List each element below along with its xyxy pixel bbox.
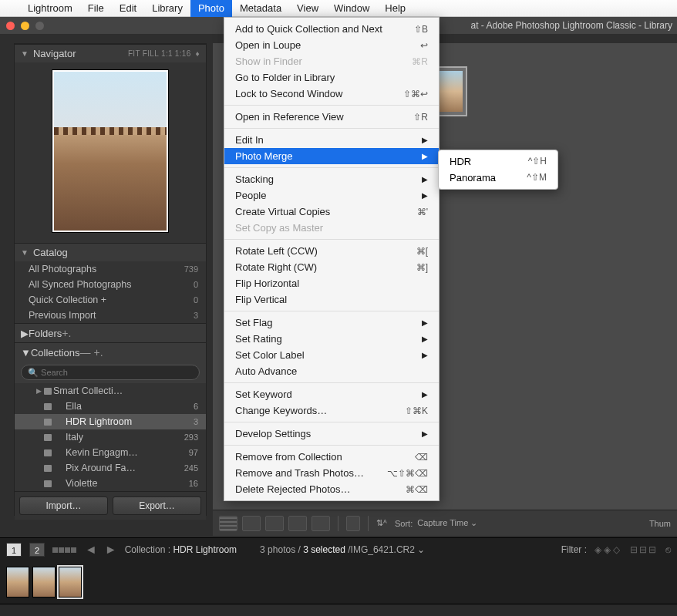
menu-item[interactable]: Develop Settings▶ bbox=[224, 426, 439, 442]
menu-item[interactable]: Edit In▶ bbox=[224, 132, 439, 148]
add-collection-icon[interactable]: +. bbox=[93, 346, 103, 358]
filter-label: Filter : bbox=[561, 544, 587, 555]
submenu-item[interactable]: Panorama^⇧M bbox=[439, 170, 557, 186]
menu-file[interactable]: File bbox=[80, 0, 112, 17]
collection-item[interactable]: ▶Smart Collecti… bbox=[15, 383, 206, 399]
navigator-header[interactable]: ▼ Navigator FITFILL1:11:16 ♦ bbox=[15, 44, 206, 62]
search-icon: 🔍 bbox=[28, 368, 39, 378]
menu-photo[interactable]: Photo bbox=[190, 0, 232, 17]
menu-item[interactable]: Lock to Second Window⇧⌘↩ bbox=[224, 86, 439, 102]
collection-item[interactable]: Violette16 bbox=[15, 476, 206, 491]
photo-menu: Add to Quick Collection and Next⇧BOpen i… bbox=[224, 17, 440, 501]
filmstrip-thumb[interactable] bbox=[59, 567, 82, 597]
menu-item[interactable]: Set Rating▶ bbox=[224, 331, 439, 347]
grid-toggle-icon[interactable] bbox=[52, 544, 77, 555]
menu-item[interactable]: Stacking▶ bbox=[224, 171, 439, 187]
menu-item[interactable]: People▶ bbox=[224, 187, 439, 204]
sort-az-icon[interactable]: ⇅ᴬ bbox=[376, 518, 387, 528]
folders-header[interactable]: ▶ Folders +. bbox=[15, 323, 206, 342]
source-page-1[interactable]: 1 bbox=[6, 543, 22, 557]
menu-item[interactable]: Set Flag▶ bbox=[224, 315, 439, 331]
menu-item[interactable]: Rotate Left (CCW)⌘[ bbox=[224, 243, 439, 259]
menu-item[interactable]: Delete Rejected Photos…⌘⌫ bbox=[224, 481, 439, 497]
remove-collection-icon[interactable]: — bbox=[79, 346, 90, 358]
menu-lightroom[interactable]: Lightroom bbox=[20, 0, 80, 17]
search-placeholder: Search bbox=[41, 368, 68, 377]
collections-header[interactable]: ▼ Collections — +. bbox=[15, 342, 206, 362]
import-export-bar: Import… Export… bbox=[15, 491, 206, 520]
menu-item[interactable]: Create Virtual Copies⌘' bbox=[224, 204, 439, 220]
menu-item[interactable]: Set Color Label▶ bbox=[224, 347, 439, 363]
filter-attrs-icon[interactable]: ⊟⊟⊟ bbox=[630, 544, 658, 555]
disclosure-icon: ▼ bbox=[21, 248, 29, 257]
collections-label: Collections bbox=[31, 347, 80, 358]
catalog-row[interactable]: Previous Import3 bbox=[15, 308, 206, 323]
menu-item[interactable]: Change Keywords…⇧⌘K bbox=[224, 402, 439, 419]
sort-value[interactable]: Capture Time ⌄ bbox=[417, 518, 477, 528]
menu-help[interactable]: Help bbox=[377, 0, 413, 17]
menu-item[interactable]: Go to Folder in Library bbox=[224, 69, 439, 86]
zoom-window-icon[interactable] bbox=[35, 22, 44, 30]
menu-item[interactable]: Open in Loupe↩ bbox=[224, 37, 439, 53]
collections-list: ▶Smart Collecti…Ella6HDR Lightroom3Italy… bbox=[15, 383, 206, 491]
menu-item[interactable]: Add to Quick Collection and Next⇧B bbox=[224, 21, 439, 37]
filter-flags-icon[interactable]: ◈◈◇ bbox=[594, 544, 622, 555]
window-title: at - Adobe Photoshop Lightroom Classic -… bbox=[471, 20, 672, 31]
navigator-zoom-modes[interactable]: FITFILL1:11:16 ♦ bbox=[126, 49, 200, 58]
folders-label: Folders bbox=[29, 328, 62, 339]
source-page-2[interactable]: 2 bbox=[29, 543, 45, 557]
filter-lock-icon[interactable]: ⎋ bbox=[665, 544, 671, 555]
menu-library[interactable]: Library bbox=[144, 0, 190, 17]
loupe-view-icon[interactable] bbox=[242, 516, 261, 531]
prev-icon[interactable]: ◄ bbox=[85, 543, 97, 557]
menu-window[interactable]: Window bbox=[326, 0, 377, 17]
export-button[interactable]: Export… bbox=[113, 497, 201, 515]
survey-view-icon[interactable] bbox=[288, 516, 307, 531]
menu-view[interactable]: View bbox=[289, 0, 326, 17]
menu-item[interactable]: Photo Merge▶ bbox=[224, 148, 439, 164]
people-view-icon[interactable] bbox=[312, 516, 330, 531]
catalog-row[interactable]: All Synced Photographs0 bbox=[15, 277, 206, 292]
filmstrip-scrollbar[interactable] bbox=[0, 604, 677, 616]
collection-item[interactable]: HDR Lightroom3 bbox=[15, 414, 206, 429]
collection-item[interactable]: Ella6 bbox=[15, 399, 206, 414]
close-window-icon[interactable] bbox=[6, 22, 15, 30]
collections-search[interactable]: 🔍 Search bbox=[21, 365, 200, 380]
collection-item[interactable]: Italy293 bbox=[15, 429, 206, 445]
photo-merge-submenu: HDR^⇧HPanorama^⇧M bbox=[438, 150, 558, 190]
next-icon[interactable]: ► bbox=[105, 543, 117, 557]
compare-view-icon[interactable] bbox=[265, 516, 284, 531]
menu-item[interactable]: Rotate Right (CW)⌘] bbox=[224, 259, 439, 275]
menu-item[interactable]: Set Keyword▶ bbox=[224, 386, 439, 402]
navigator-label: Navigator bbox=[33, 48, 76, 59]
disclosure-icon: ▼ bbox=[21, 49, 29, 58]
thumbnail-size-label: Thum bbox=[649, 519, 671, 528]
collection-item[interactable]: Pix Around Fa…245 bbox=[15, 460, 206, 476]
catalog-header[interactable]: ▼ Catalog bbox=[15, 243, 206, 261]
painter-icon[interactable] bbox=[346, 516, 360, 531]
filmstrip-thumb[interactable] bbox=[6, 567, 29, 597]
preview-image bbox=[52, 70, 168, 232]
navigator-preview[interactable] bbox=[15, 62, 206, 243]
menu-item[interactable]: Remove from Collection⌫ bbox=[224, 449, 439, 465]
menu-item[interactable]: Flip Vertical bbox=[224, 291, 439, 308]
menu-edit[interactable]: Edit bbox=[112, 0, 144, 17]
grid-view-icon[interactable] bbox=[219, 516, 237, 531]
filmstrip[interactable] bbox=[0, 560, 677, 604]
menu-item[interactable]: Remove and Trash Photos…⌥⇧⌘⌫ bbox=[224, 465, 439, 481]
collection-item[interactable]: Kevin Engagm…97 bbox=[15, 445, 206, 460]
add-folder-icon[interactable]: +. bbox=[62, 327, 71, 339]
filmstrip-thumb[interactable] bbox=[32, 567, 56, 597]
menu-item[interactable]: Open in Reference View⇧R bbox=[224, 109, 439, 125]
import-button[interactable]: Import… bbox=[19, 497, 108, 515]
submenu-item[interactable]: HDR^⇧H bbox=[439, 153, 557, 170]
catalog-row[interactable]: Quick Collection +0 bbox=[15, 292, 206, 308]
catalog-row[interactable]: All Photographs739 bbox=[15, 261, 206, 277]
catalog-label: Catalog bbox=[33, 247, 68, 258]
menu-item[interactable]: Auto Advance bbox=[224, 363, 439, 379]
minimize-window-icon[interactable] bbox=[21, 22, 29, 30]
menu-item[interactable]: Flip Horizontal bbox=[224, 275, 439, 291]
disclosure-icon: ▼ bbox=[21, 347, 31, 358]
menu-metadata[interactable]: Metadata bbox=[232, 0, 289, 17]
disclosure-icon: ▶ bbox=[21, 328, 29, 339]
